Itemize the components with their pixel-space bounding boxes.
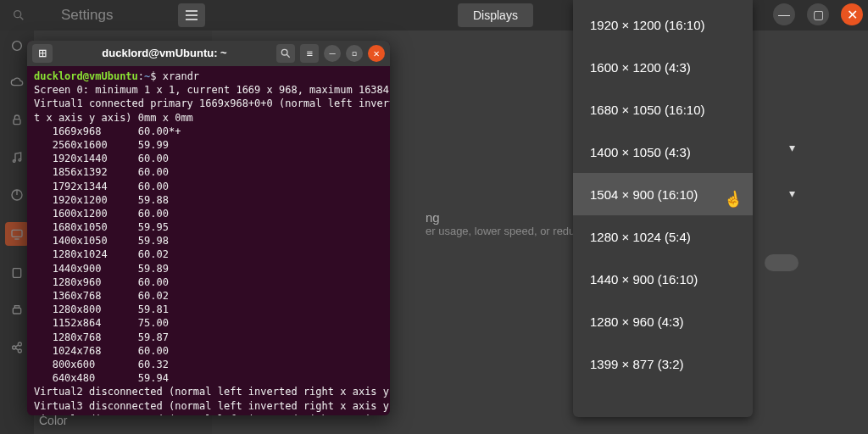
resolution-option[interactable]: 1400 × 1050 (4:3) [573, 131, 753, 173]
svg-line-19 [287, 54, 289, 57]
svg-rect-12 [14, 306, 19, 309]
svg-rect-3 [14, 120, 20, 125]
resolution-option[interactable]: 1399 × 877 (3:2) [573, 342, 753, 385]
window-close-button[interactable]: ✕ [841, 3, 863, 25]
resolution-option[interactable]: 1680 × 1050 (16:10) [573, 88, 753, 131]
sidebar-bottom-label[interactable]: Color [39, 414, 67, 427]
terminal-body[interactable]: ducklord@vmUbuntu:~$ xrandr Screen 0: mi… [27, 66, 390, 415]
svg-line-17 [15, 348, 19, 351]
terminal-title: ducklord@vmUbuntu: ~ [102, 46, 226, 61]
sidebar-item[interactable] [7, 110, 27, 131]
svg-line-1 [20, 17, 23, 19]
cursor-pointer-icon: ☝️ [722, 188, 743, 209]
terminal-search-button[interactable] [276, 44, 295, 63]
terminal-close-button[interactable]: ✕ [368, 45, 385, 62]
resolution-option[interactable]: 1440 × 900 (16:10) [573, 258, 753, 300]
svg-line-16 [15, 345, 19, 348]
svg-point-2 [13, 42, 22, 51]
sidebar-item[interactable] [7, 300, 27, 320]
resolution-option[interactable]: 1600 × 1200 (4:3) [573, 46, 753, 88]
hamburger-button[interactable] [178, 3, 205, 27]
svg-point-18 [281, 49, 287, 55]
settings-title: Settings [61, 7, 113, 24]
sidebar-item[interactable] [7, 185, 27, 205]
terminal-titlebar[interactable]: ⊞ ducklord@vmUbuntu: ~ ≡ — ▫ ✕ [27, 41, 390, 66]
svg-point-5 [19, 159, 21, 161]
window-minimize-button[interactable]: — [773, 3, 795, 25]
sidebar-item[interactable] [7, 73, 27, 93]
terminal-minimize-button[interactable]: — [324, 45, 341, 62]
window-maximize-button[interactable]: ▢ [807, 3, 829, 25]
svg-rect-11 [13, 308, 20, 314]
new-tab-button[interactable]: ⊞ [32, 44, 53, 63]
sidebar-item[interactable] [7, 147, 27, 168]
sidebar-item[interactable] [7, 337, 27, 358]
terminal-window: ⊞ ducklord@vmUbuntu: ~ ≡ — ▫ ✕ ducklord@… [27, 41, 390, 415]
window-controls: — ▢ ✕ [773, 3, 863, 25]
resolution-option[interactable]: 1920 × 1200 (16:10) [573, 3, 753, 46]
resolution-option[interactable]: 1280 × 960 (4:3) [573, 300, 753, 342]
toggle-switch[interactable] [765, 254, 798, 271]
svg-point-0 [14, 11, 21, 18]
chevron-down-icon[interactable]: ▾ [789, 186, 795, 200]
chevron-down-icon[interactable]: ▾ [789, 141, 795, 154]
svg-rect-10 [13, 269, 20, 278]
resolution-option[interactable]: 1280 × 1024 (5:4) [573, 215, 753, 258]
displays-tab[interactable]: Displays [458, 3, 533, 27]
svg-rect-8 [12, 230, 22, 236]
terminal-maximize-button[interactable]: ▫ [346, 45, 363, 62]
svg-point-4 [13, 160, 15, 163]
sidebar-item-displays[interactable] [5, 222, 29, 246]
sidebar-item[interactable] [7, 263, 27, 283]
terminal-menu-button[interactable]: ≡ [300, 44, 319, 63]
sidebar-item[interactable] [7, 36, 27, 56]
search-icon[interactable] [7, 3, 31, 27]
